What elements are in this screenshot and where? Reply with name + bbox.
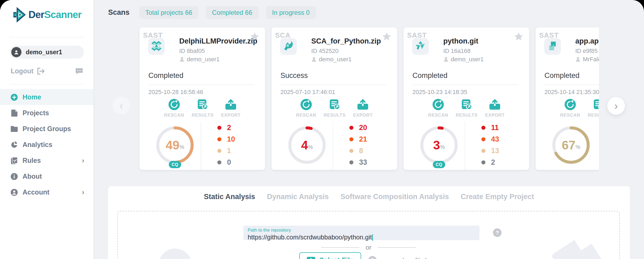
tab-create-empty-project[interactable]: Create Empty Project — [461, 193, 534, 201]
card-divider — [280, 85, 386, 85]
brand-der: Der — [28, 9, 44, 20]
sidebar-item-home[interactable]: Home — [0, 89, 93, 105]
sidebar-item-label: Analytics — [23, 141, 52, 149]
logout-icon[interactable] — [37, 67, 45, 75]
donut-label: 3% — [419, 125, 459, 165]
card-divider — [544, 85, 599, 85]
severity-high: 43 — [481, 136, 499, 143]
stat-badge: Completed 66 — [206, 6, 258, 19]
sidebar-item-project-groups[interactable]: Project Groups — [0, 121, 93, 137]
sidebar-divider — [10, 37, 84, 37]
tab-static-analysis[interactable]: Static Analysis — [204, 193, 255, 201]
scan-date: 2025-10-28 16:58:46 — [148, 89, 203, 96]
feedback-chat-icon[interactable] — [75, 67, 83, 75]
results-button[interactable]: RESULTS — [588, 99, 599, 118]
upload-icon — [307, 257, 315, 259]
export-button[interactable]: EXPORT — [221, 99, 241, 118]
rescan-icon — [565, 99, 576, 110]
severity-dot — [349, 149, 353, 153]
scan-status: Completed — [412, 71, 448, 80]
results-label: RESULTS — [456, 113, 478, 118]
rescan-icon — [433, 99, 444, 110]
or-label: or — [366, 244, 371, 251]
severity-dot — [481, 149, 485, 153]
card-head: python.git ID 16a168 demo_user1 — [443, 37, 526, 63]
severity-count: 13 — [491, 147, 499, 155]
donut-label: 4% — [287, 125, 327, 165]
repository-help-icon[interactable]: ? — [493, 228, 502, 237]
severity-dot — [217, 137, 221, 141]
percent-value: 3 — [433, 138, 440, 152]
project-name: DelphiLLMProvider.zip — [179, 37, 262, 45]
file-dropzone[interactable]: Path to the repository https://github.co… — [117, 211, 620, 259]
card-head: DelphiLLMProvider.zip ID 8baf05 demo_use… — [179, 37, 262, 63]
owner-name: demo_user1 — [319, 56, 352, 63]
owner-name: demo_user1 — [187, 56, 219, 63]
scan-status: Success — [280, 71, 308, 80]
severity-medium: 8 — [349, 147, 367, 154]
scan-progress-donut: 49% CQ — [155, 125, 195, 165]
sidebar-item-projects[interactable]: Projects — [0, 105, 93, 121]
severity-count: 43 — [491, 135, 499, 143]
python-logo-icon — [415, 41, 426, 52]
severity-critical: 20 — [349, 124, 367, 131]
export-button[interactable]: EXPORT — [353, 99, 373, 118]
project-name: python.git — [443, 37, 526, 45]
severity-dot — [481, 160, 485, 164]
rescan-button[interactable]: RESCAN — [560, 99, 580, 118]
rescan-label: RESCAN — [428, 113, 448, 118]
card-actions: RESCAN RESULTS EXPORT — [404, 99, 529, 118]
export-button[interactable]: EXPORT — [485, 99, 505, 118]
card-vertical-divider — [201, 121, 201, 170]
rescan-button[interactable]: RESCAN — [428, 99, 448, 118]
brand-scanner: Scanner — [44, 9, 82, 20]
rescan-button[interactable]: RESCAN — [296, 99, 316, 118]
carousel-prev-button[interactable]: ‹ — [112, 97, 130, 114]
rescan-button[interactable]: RESCAN — [164, 99, 184, 118]
info-icon — [11, 173, 18, 180]
results-icon — [329, 99, 340, 110]
sidebar-item-about[interactable]: About — [0, 168, 93, 184]
repository-path-label: Path to the repository — [248, 228, 475, 233]
severity-legend: 21010 — [217, 124, 235, 170]
rules-doc-icon — [11, 157, 18, 164]
results-button[interactable]: RESULTS — [192, 99, 214, 118]
results-button[interactable]: RESULTS — [456, 99, 478, 118]
separator-line — [321, 247, 359, 248]
export-label: EXPORT — [353, 113, 373, 118]
stat-badge: In progress 0 — [266, 6, 316, 19]
username: demo_user1 — [26, 49, 62, 56]
severity-low: 2 — [481, 159, 499, 166]
topbar: Scans Total projects 66Completed 66In pr… — [108, 6, 316, 19]
or-separator: or — [118, 244, 619, 251]
scan-card: SAST python.git ID 16a168 demo_user1 Com… — [404, 27, 529, 170]
repository-path-input[interactable]: Path to the repository https://github.co… — [243, 226, 480, 240]
donut-label: 67% — [551, 125, 591, 165]
scan-progress-donut: 4% — [287, 125, 327, 165]
severity-dot — [217, 126, 221, 130]
owner-person-icon — [443, 57, 449, 62]
owner-name: demo_user1 — [451, 56, 484, 63]
tab-software-composition-analysis[interactable]: Software Composition Analysis — [341, 193, 449, 201]
carousel-next-button[interactable]: › — [607, 97, 625, 115]
project-logo-icon — [148, 38, 165, 55]
sidebar-item-analytics[interactable]: Analytics — [0, 137, 93, 153]
severity-count: 10 — [227, 135, 235, 143]
user-pill[interactable]: demo_user1 — [10, 46, 84, 59]
logout-button[interactable]: Logout — [11, 67, 34, 75]
results-button[interactable]: RESULTS — [324, 99, 346, 118]
new-scan-panel: Static AnalysisDynamic AnalysisSoftware … — [108, 186, 630, 259]
results-label: RESULTS — [192, 113, 214, 118]
results-icon — [461, 99, 472, 110]
drop-file-hint: or drop file here — [393, 257, 438, 259]
file-help-icon[interactable]: ? — [368, 256, 377, 259]
screen: DerScanner demo_user1 Logout HomeProjec — [0, 0, 644, 259]
sidebar-item-label: Rules — [23, 157, 41, 164]
sidebar-item-account[interactable]: Account› — [0, 184, 93, 200]
sidebar-item-rules[interactable]: Rules› — [0, 153, 93, 168]
select-file-button[interactable]: Select File — [299, 252, 361, 259]
app-window: DerScanner demo_user1 Logout HomeProjec — [0, 0, 644, 259]
tab-dynamic-analysis[interactable]: Dynamic Analysis — [267, 193, 329, 201]
severity-dot — [481, 126, 485, 130]
severity-count: 2 — [227, 124, 231, 132]
